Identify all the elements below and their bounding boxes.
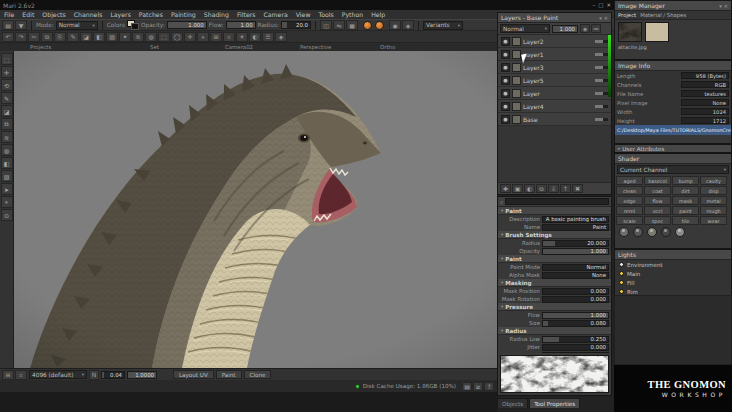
section-header[interactable]: Paint <box>498 255 611 263</box>
shader-preset-button[interactable]: occl <box>644 206 671 215</box>
grid-icon[interactable]: ⊞ <box>2 370 14 380</box>
menu-item[interactable]: Layers <box>106 11 134 18</box>
shader-preset-button[interactable]: scale <box>616 216 643 225</box>
lighting-icon[interactable]: ☀ <box>236 32 248 42</box>
shader-preset-button[interactable]: edge <box>616 196 643 205</box>
menu-item[interactable]: Camera <box>259 11 291 18</box>
layer-name[interactable]: Layer5 <box>523 77 593 84</box>
shader-preset-button[interactable]: basecol <box>644 176 671 185</box>
property-value-slider[interactable]: 0.000 <box>542 344 609 351</box>
shader-preset-button[interactable]: paint <box>672 206 699 215</box>
image-thumbnail[interactable] <box>618 22 642 42</box>
eraser-tool[interactable]: ◪ <box>1 105 13 117</box>
shader-preset-button[interactable]: flow <box>644 196 671 205</box>
layer-visibility-icon[interactable]: ● <box>501 102 510 111</box>
shader-preview-sphere[interactable] <box>661 227 671 237</box>
shader-channel-dropdown[interactable]: Current Channel <box>617 165 729 174</box>
layer-visibility-icon[interactable]: ● <box>501 76 510 85</box>
menu-item[interactable]: Channels <box>70 11 107 18</box>
layer-visibility-icon[interactable]: ● <box>501 115 510 124</box>
remove-layer-icon[interactable]: ✖ <box>572 184 583 193</box>
tab-objects[interactable]: Objects <box>497 398 528 408</box>
action-button[interactable]: Paint <box>216 370 242 379</box>
layer-name[interactable]: Layer1 <box>523 51 593 58</box>
property-value-slider[interactable]: 1.000 <box>542 312 609 319</box>
paste-icon[interactable]: ⎘ <box>54 32 66 42</box>
eyedropper-tool[interactable]: ⌖ <box>1 196 13 208</box>
layer-row[interactable]: ● Layer <box>498 87 611 100</box>
property-value-slider[interactable]: 25.000 <box>542 352 609 354</box>
shader-preset-button[interactable]: aged <box>616 176 643 185</box>
shader-preset-button[interactable]: disp <box>700 186 727 195</box>
layer-row[interactable]: ● Layer2 <box>498 35 611 48</box>
menu-item[interactable]: Edit <box>18 11 38 18</box>
menu-item[interactable]: Filters <box>233 11 260 18</box>
light-row[interactable]: Main <box>615 269 731 278</box>
move-layer-up-icon[interactable]: ↑ <box>560 184 571 193</box>
gradient-icon[interactable]: ▨ <box>106 32 118 42</box>
property-value-slider[interactable]: Normal <box>542 264 609 271</box>
flow-slider[interactable]: 1.00 <box>226 21 256 29</box>
redo-icon[interactable]: ↷ <box>15 32 27 42</box>
property-value-slider[interactable]: 1.000 <box>542 248 609 255</box>
section-header[interactable]: Brush Settings <box>498 231 611 239</box>
add-adjustment-icon[interactable]: ◐ <box>524 184 535 193</box>
collapse-panel-icon[interactable]: ▾ <box>599 15 602 21</box>
layer-row[interactable]: ● Layer4 <box>498 100 611 113</box>
lock-painting-icon[interactable]: ◈ <box>402 20 414 30</box>
help-icon[interactable]: ? <box>484 382 494 391</box>
blur-tool[interactable]: ◍ <box>1 144 13 156</box>
action-button[interactable]: Layout UV <box>173 370 214 379</box>
shader-preview-sphere[interactable] <box>633 227 643 237</box>
menu-item[interactable]: Painting <box>167 11 200 18</box>
shader-preset-button[interactable]: clean <box>616 186 643 195</box>
search-input[interactable] <box>505 198 609 205</box>
lights-titlebar[interactable]: Lights <box>615 250 731 260</box>
layer-blend-dropdown[interactable]: Normal <box>500 24 550 33</box>
menu-item[interactable]: Objects <box>38 11 69 18</box>
layer-name[interactable]: Layer2 <box>523 38 593 45</box>
action-button[interactable]: Clone <box>244 370 272 379</box>
menu-item[interactable]: Python <box>338 11 367 18</box>
layer-visibility-icon[interactable]: ● <box>501 37 510 46</box>
move-tool[interactable]: ✛ <box>1 66 13 78</box>
layer-opacity-slider[interactable] <box>595 53 608 56</box>
section-header[interactable]: Paint <box>498 207 611 215</box>
menu-item[interactable]: Shading <box>200 11 233 18</box>
smear-icon[interactable]: ≋ <box>132 32 144 42</box>
menu-item[interactable]: Patches <box>135 11 167 18</box>
property-value-slider[interactable]: None <box>542 272 609 279</box>
shader-preset-button[interactable]: nrml <box>616 206 643 215</box>
layer-row[interactable]: ● Layer5 <box>498 74 611 87</box>
property-value-slider[interactable]: 0.080 <box>542 320 609 327</box>
expand-icon[interactable]: ▸ <box>618 146 620 151</box>
shader-preset-button[interactable]: tile <box>672 216 699 225</box>
shader-preset-button[interactable]: metal <box>700 196 727 205</box>
background-color-swatch[interactable] <box>131 23 139 30</box>
shader-preview-sphere[interactable] <box>675 227 685 237</box>
copy-icon[interactable]: ⧉ <box>41 32 53 42</box>
layer-opacity-slider[interactable] <box>595 105 608 108</box>
scale-slider[interactable]: 1.0000 <box>127 371 157 379</box>
mirror-icon[interactable]: ⇋ <box>333 20 345 30</box>
shader-titlebar[interactable]: Shader <box>615 154 731 164</box>
property-value-slider[interactable]: Paint <box>542 224 609 231</box>
uv-view-icon[interactable]: ⊞ <box>210 32 222 42</box>
grid-toggle-icon[interactable]: ⌗ <box>223 32 235 42</box>
minimize-button[interactable]: – <box>592 2 595 8</box>
section-header[interactable]: Radius <box>498 327 611 335</box>
shader-preset-button[interactable]: coat <box>644 186 671 195</box>
property-value-slider[interactable]: 20.000 <box>542 240 609 247</box>
layer-name[interactable]: Layer3 <box>523 64 593 71</box>
layer-name[interactable]: Layer4 <box>523 103 593 110</box>
python-console-icon[interactable]: ≥ <box>473 382 483 391</box>
symmetry-icon[interactable]: ◫ <box>320 20 332 30</box>
shader-preset-button[interactable]: wear <box>700 216 727 225</box>
paint-brush-icon[interactable]: ✎ <box>67 32 79 42</box>
snap-icon[interactable]: ⌗ <box>15 370 27 380</box>
duplicate-layer-icon[interactable]: ⧉ <box>536 184 547 193</box>
log-icon[interactable]: ▤ <box>462 382 472 391</box>
3d-viewport[interactable] <box>14 51 497 368</box>
layer-row[interactable]: ● Layer3 <box>498 61 611 74</box>
section-header[interactable]: Masking <box>498 279 611 287</box>
